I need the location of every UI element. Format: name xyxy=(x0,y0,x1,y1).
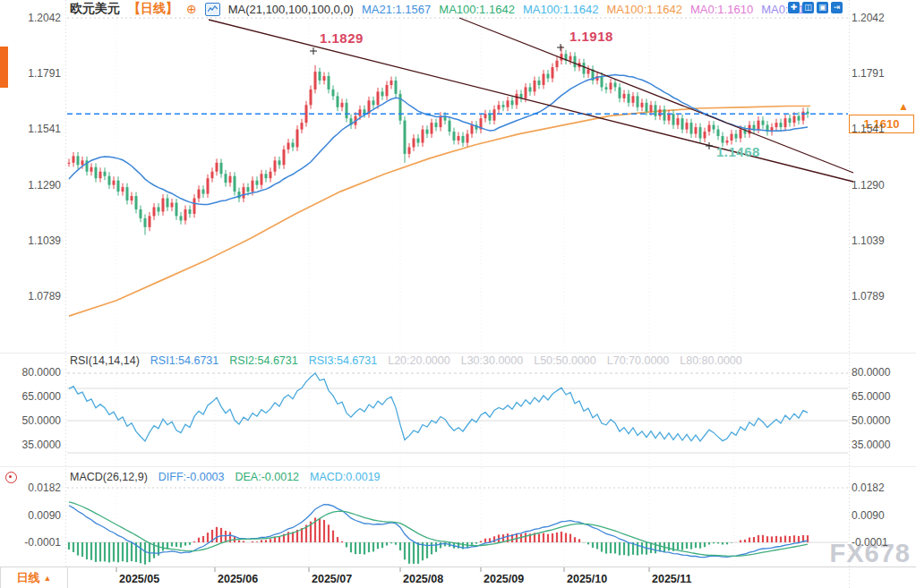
candle-body xyxy=(292,142,295,147)
candle-body xyxy=(198,190,201,199)
rsi-axis-label-right: 50.0000 xyxy=(852,414,890,427)
candle-body xyxy=(632,96,635,102)
macd-axis-label-right: 0.0090 xyxy=(852,509,885,522)
x-axis-date-label: 2025/06 xyxy=(218,573,258,585)
macd-header: MACD(26,12,9) DIFF:-0.0003 DEA:-0.0012 M… xyxy=(70,471,381,483)
price-axis-label-left: 1.1791 xyxy=(5,67,61,80)
period-selector-label: 日线 xyxy=(17,570,40,586)
candle-body xyxy=(247,187,250,192)
price-axis-label-left: 1.1039 xyxy=(5,234,61,247)
candle-body xyxy=(131,196,133,200)
candle-body xyxy=(467,134,469,143)
candle-body xyxy=(390,81,393,85)
rsi1-value: RSI1:54.6731 xyxy=(150,354,218,367)
rsi-l50: L50:50.0000 xyxy=(534,354,596,367)
candle-body xyxy=(81,160,84,165)
candle-body xyxy=(458,136,460,141)
candle-body xyxy=(265,174,268,178)
rsi-l20: L20:20.0000 xyxy=(388,354,450,367)
candle-body xyxy=(731,134,733,141)
rsi-l80: L80:80.0000 xyxy=(680,354,742,367)
candle-body xyxy=(372,100,375,105)
candle-body xyxy=(149,216,151,226)
chart-canvas[interactable] xyxy=(0,0,916,588)
candle-body xyxy=(431,123,433,133)
candle-body xyxy=(337,96,339,107)
candle-body xyxy=(498,105,501,109)
rsi-axis-label-right: 65.0000 xyxy=(852,390,890,403)
price-annotation-high1: 1.1829 xyxy=(320,30,364,46)
legend-ma0-a: MA0:1.1610 xyxy=(690,3,753,16)
rsi3-value: RSI3:54.6731 xyxy=(309,354,377,367)
rsi-line xyxy=(69,373,808,441)
candle-body xyxy=(104,172,107,176)
candle-body xyxy=(695,127,698,133)
candle-body xyxy=(417,139,420,143)
candle-body xyxy=(296,130,299,148)
trendline xyxy=(459,18,853,173)
collapse-panel-icon[interactable]: ⇥ xyxy=(831,2,843,13)
candle-body xyxy=(225,174,227,183)
macd-label: MACD(26,12,9) xyxy=(70,471,148,483)
candle-body xyxy=(704,132,706,138)
candle-body xyxy=(547,74,550,79)
candle-body xyxy=(726,141,729,142)
candle-body xyxy=(453,132,456,141)
candle-body xyxy=(287,142,290,149)
candle-body xyxy=(637,96,639,107)
candle-body xyxy=(117,181,120,192)
period-selector-button[interactable]: 日线 ▲ xyxy=(0,567,68,588)
candle-body xyxy=(699,127,702,138)
candle-body xyxy=(184,209,187,220)
price-axis-label-right: 1.1290 xyxy=(852,179,885,192)
candle-body xyxy=(216,163,218,172)
candle-body xyxy=(162,199,165,212)
candle-body xyxy=(713,125,715,130)
candle-body xyxy=(175,203,178,217)
candle-body xyxy=(220,163,223,174)
candle-body xyxy=(243,187,245,198)
price-annotation-high2: 1.1918 xyxy=(569,29,613,44)
scale-axis-icon[interactable]: ▣ xyxy=(817,2,828,13)
candle-body xyxy=(646,103,648,112)
candle-body xyxy=(462,136,465,142)
candle-body xyxy=(314,72,317,89)
candle-body xyxy=(569,56,572,61)
zoom-axis-icon[interactable]: ◫ xyxy=(802,2,814,13)
candle-body xyxy=(672,114,675,124)
candle-body xyxy=(68,163,71,164)
candle-body xyxy=(435,123,438,127)
rsi-l70: L70:70.0000 xyxy=(607,354,670,367)
price-axis-label-right: 1.2042 xyxy=(852,12,885,24)
candle-body xyxy=(793,116,796,123)
macd-dea-value: DEA:-0.0012 xyxy=(235,471,299,483)
candle-body xyxy=(511,100,514,105)
candle-body xyxy=(556,61,559,67)
candle-body xyxy=(690,123,693,133)
candle-body xyxy=(789,118,792,123)
pan-icon[interactable]: ✚ xyxy=(788,2,800,13)
candle-body xyxy=(122,187,124,192)
candle-body xyxy=(534,81,536,91)
candle-body xyxy=(619,87,621,98)
ma-indicator-icon[interactable] xyxy=(205,3,220,16)
candle-body xyxy=(319,72,321,81)
add-indicator-icon[interactable]: ⊕ xyxy=(186,3,197,15)
candle-body xyxy=(90,167,93,172)
macd-axis-label-left: 0.0090 xyxy=(5,509,61,522)
price-annotation-low: 1.1468 xyxy=(716,144,760,159)
candle-body xyxy=(193,199,196,214)
candle-body xyxy=(529,87,532,91)
candle-body xyxy=(677,118,680,124)
candle-body xyxy=(211,172,214,178)
chart-header: 欧元美元 【日线】 ⊕ MA(21,100,100,100,0,0) MA21:… xyxy=(70,1,805,17)
candle-body xyxy=(328,76,330,89)
candle-body xyxy=(722,136,724,142)
candle-body xyxy=(780,123,783,127)
legend-ma-params: MA(21,100,100,100,0,0) xyxy=(228,3,354,16)
price-axis-label-left: 1.1290 xyxy=(5,179,61,192)
candle-body xyxy=(614,82,617,87)
rsi-header: RSI(14,14,14) RSI1:54.6731 RSI2:54.6731 … xyxy=(70,354,742,367)
candle-body xyxy=(605,87,608,89)
candle-body xyxy=(310,89,312,105)
